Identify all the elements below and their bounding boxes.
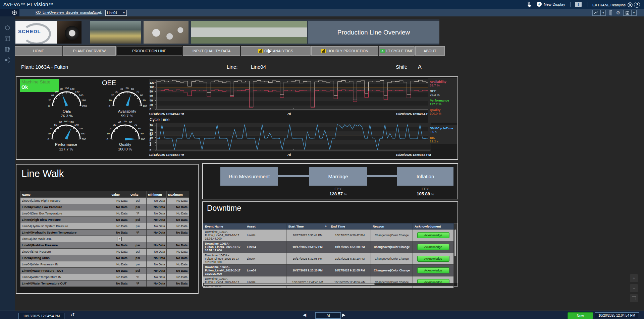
schedl-logo-text: SCHEDL [18,28,41,34]
book-icon[interactable] [4,46,11,53]
tab-plant-overview[interactable]: PLANT OVERVIEW [63,46,116,56]
svg-text:40: 40 [50,127,53,130]
svg-text:60: 60 [129,121,132,124]
time-forward-arrow[interactable]: ▶ [342,312,345,317]
box-icon[interactable] [4,24,11,31]
column-header-name[interactable]: Name [20,191,110,198]
cycle-time-chart[interactable]: 04681012141620 [149,123,431,151]
cell: °F [129,274,147,280]
panels-icon[interactable] [4,35,11,42]
column-header-minimum[interactable]: Minimum [147,191,167,198]
oee-trend-legend: Availability59.7 %OEE76.3 %Performance12… [428,78,457,123]
reason-cell: Changeover|Color Change [371,265,413,276]
svg-text:100: 100 [143,105,147,108]
user-badge-icon [628,2,633,7]
sort-ascending-icon: ▲ [325,225,327,227]
tab-oee-analytics[interactable]: OEE ANALYTICS [241,46,311,56]
zoom-in-button[interactable]: + [630,274,638,282]
user-menu[interactable]: EXTRANET\kanyins [592,2,633,7]
svg-text:120: 120 [70,87,75,90]
station-marriage[interactable]: Marriage [309,167,367,186]
tab-label: ABOUT [424,49,436,53]
x-start-label: 10/13/2025 12:04:54 PM [149,112,184,116]
touch-mode-icon[interactable] [526,1,532,7]
acknowledge-button[interactable]: Acknowledge [417,267,449,273]
tab-production-line[interactable]: PRODUCTION LINE [116,46,182,56]
cycle-time-title: Cycle Time [150,117,169,122]
column-header-units[interactable]: Units [129,191,147,198]
app-title: AVEVA™ PI Vision™ [3,1,53,7]
trend-tool-icon[interactable] [592,10,600,16]
acknowledge-button[interactable]: Acknowledge [417,244,449,250]
share-icon[interactable] [4,56,11,64]
start-time-cell: 10/17/2025 9:20:20 PM [286,265,329,276]
cell: psi [129,249,147,255]
column-header-maximum[interactable]: Maximum [167,191,189,198]
cell: No Data [167,198,189,204]
station-inflation[interactable]: Inflation [397,167,453,186]
external-link-icon[interactable]: ↗ [117,237,122,241]
end-time-input[interactable]: 10/20/2025 12:04:54 PM [595,312,639,318]
acknowledge-button[interactable]: Acknowledge [417,232,449,238]
cell: No Data [110,255,129,261]
cell: No Data [167,242,189,249]
save-dropdown[interactable]: ▼ [631,10,637,16]
username: EXTRANET\kanyins [592,3,626,7]
acknowledge-button[interactable]: Acknowledge [417,256,449,262]
oee-trend-chart[interactable]: 020406080100120 [149,79,431,111]
now-button[interactable]: Now [568,312,593,319]
x-end-label: 10/20/2025 12:04:54 PM [396,112,431,116]
gear-icon[interactable]: ⚙ [616,10,620,15]
downtime-vertical-scrollbar[interactable] [454,223,458,283]
notifications-icon[interactable]: ! [575,2,582,7]
svg-text:0: 0 [109,105,110,108]
column-header-end-time[interactable]: End Time [329,224,371,230]
downtime-row: Downtime_1063A - Fulton_Line04_2025-10-1… [203,276,454,288]
table-row: Line04|Clamp High PressureNo DatapsiNo D… [20,198,189,204]
cell: psi [129,261,147,268]
column-header-asset[interactable]: Asset [245,224,286,230]
plus-circle-icon: + [537,2,542,7]
svg-text:100: 100 [64,120,68,123]
svg-text:180: 180 [81,132,86,135]
new-display-button[interactable]: + New Display [537,2,565,7]
start-time-input[interactable]: 10/13/2025 12:04:54 PM [18,313,64,319]
column-header-acknowledgment[interactable]: Acknowledgment [413,224,454,230]
column-header-value[interactable]: Value [110,191,129,198]
refresh-icon[interactable]: ↺ [70,312,75,318]
trend-tool-dropdown[interactable]: ▼ [600,10,606,16]
cell: Line04|Water Temperature IN [20,274,110,280]
zoom-fit-button[interactable] [630,294,638,302]
tab-hourly-production[interactable]: HOURLY PRODUCTION [311,46,378,56]
help-icon[interactable]: ? [634,2,640,8]
tab-lt-cycle-time[interactable]: XLT CYCLE TIME [379,46,415,56]
asset-dropdown[interactable]: Line04 ▼ [105,10,127,16]
column-header-start-time[interactable]: Start Time ▲ [286,224,329,230]
column-header-reason[interactable]: Reason [371,224,413,230]
x-start-label: 10/13/2025 12:04:54 PM [149,153,184,156]
time-back-arrow[interactable]: ◀ [303,312,306,317]
zoom-out-button[interactable]: − [630,284,638,292]
tab-label: INPUT QUALITY DATA [193,49,231,53]
downtime-horizontal-scrollbar[interactable] [203,283,454,286]
reason-cell: Changeover|Color Change [371,253,413,265]
cube-icon[interactable] [12,10,17,15]
svg-text:30: 30 [113,123,116,126]
cell: psi [129,204,147,210]
banner-image-schedl-logo: SCHEDL [15,21,82,44]
tab-about[interactable]: ABOUT [415,46,445,56]
display-name-link[interactable]: KO_LineOverview_discrete_manufact... [36,10,98,14]
column-header-event-name[interactable]: Event Name [203,224,245,230]
tab-home[interactable]: HOME [15,46,62,56]
station-rim-measurement[interactable]: Rim Measurement [220,167,278,186]
excel-icon: X [380,49,385,53]
time-range-input[interactable]: 7d [315,312,341,319]
tab-input-quality-data[interactable]: INPUT QUALITY DATA [183,46,240,56]
tab-label: PRODUCTION LINE [132,49,166,53]
end-time-cell: 10/17/2025 6:51:30 PM [329,241,371,253]
save-icon[interactable] [623,10,631,16]
cell: Line04|Water Pressure - OUT [20,268,110,274]
svg-text:180: 180 [82,99,86,102]
ruler-icon[interactable] [609,10,613,15]
table-row: Line04|Clamp Low PressureNo DatapsiNo Da… [20,204,189,210]
